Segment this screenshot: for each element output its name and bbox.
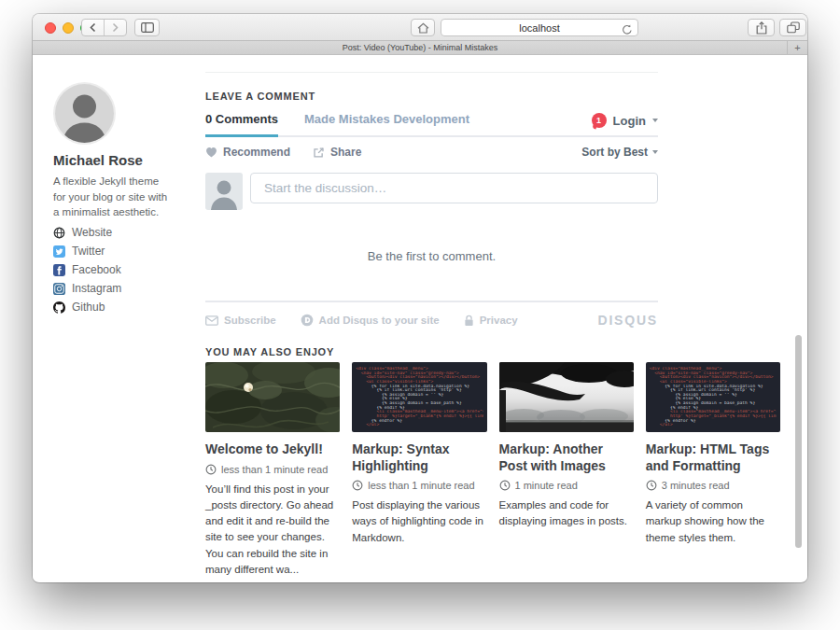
share-comments-button[interactable]: Share <box>313 146 361 159</box>
url-text: localhost <box>519 22 559 34</box>
login-control[interactable]: 1 Login <box>592 113 658 128</box>
read-time-text: 1 minute read <box>515 480 578 491</box>
post-thumbnail-fog[interactable] <box>499 362 634 432</box>
screenshot-stage: localhost Post: Video (YouTube) - Minima… <box>0 0 840 630</box>
share-label: Share <box>330 146 361 159</box>
add-disqus-link[interactable]: Add Disqus to your site <box>301 314 440 327</box>
new-tab-button[interactable]: + <box>787 41 807 54</box>
share-button[interactable] <box>748 19 775 36</box>
login-label: Login <box>613 114 646 128</box>
post-title[interactable]: Markup: HTML Tags and Formatting <box>646 441 780 474</box>
you-may-also-enjoy-heading: YOU MAY ALSO ENJOY <box>205 346 334 357</box>
empty-comments-message: Be the first to comment. <box>205 249 658 263</box>
related-post-card: Welcome to Jekyll! less than 1 minute re… <box>205 362 340 578</box>
read-time-text: less than 1 minute read <box>368 480 474 491</box>
sidebar-toggle-button[interactable] <box>134 19 160 36</box>
post-title[interactable]: Markup: Syntax Highlighting <box>352 441 486 474</box>
comments-section-divider <box>205 72 658 73</box>
privacy-link[interactable]: Privacy <box>464 315 518 327</box>
post-read-time: less than 1 minute read <box>205 464 340 475</box>
sidebar-icon <box>141 22 154 33</box>
reload-button[interactable] <box>622 22 633 39</box>
minimize-window-button[interactable] <box>63 22 74 34</box>
disqus-tab-row: 0 Comments Made Mistakes Development 1 L… <box>205 111 658 137</box>
clock-icon <box>646 480 657 491</box>
author-name: Michael Rose <box>53 152 143 168</box>
person-silhouette-icon <box>55 84 114 143</box>
post-title[interactable]: Welcome to Jekyll! <box>205 441 340 458</box>
comment-input[interactable] <box>250 173 658 203</box>
back-button[interactable] <box>82 20 105 35</box>
post-excerpt: Post displaying the various ways of high… <box>352 497 486 546</box>
subscribe-label: Subscribe <box>224 315 276 326</box>
sidebar-link-facebook[interactable]: Facebook <box>53 260 121 279</box>
post-thumbnail-moss[interactable] <box>205 362 340 432</box>
close-window-button[interactable] <box>45 22 56 34</box>
author-links: Website Twitter Facebook Instagram Githu… <box>53 223 121 316</box>
home-button[interactable] <box>411 19 435 36</box>
twitter-icon <box>53 245 65 258</box>
github-icon <box>53 301 65 314</box>
disqus-menu-row: Recommend Share Sort by Best <box>205 137 658 167</box>
clock-icon <box>205 464 217 475</box>
recommend-button[interactable]: Recommend <box>205 146 290 159</box>
chevron-down-icon <box>652 150 658 154</box>
read-time-text: 3 minutes read <box>662 480 730 491</box>
post-read-time: 3 minutes read <box>646 480 780 491</box>
comment-compose-row <box>205 173 658 210</box>
page-scrollbar[interactable] <box>795 335 802 548</box>
post-thumbnail-code[interactable]: <div class="masthead__menu"> <nav id="si… <box>352 362 486 432</box>
person-silhouette-icon <box>205 173 243 210</box>
sidebar-link-instagram[interactable]: Instagram <box>53 279 121 298</box>
sidebar-link-label: Twitter <box>72 245 105 258</box>
moss-texture-image <box>205 362 340 432</box>
foggy-tree-image <box>499 362 634 432</box>
post-excerpt: A variety of common markup showing how t… <box>646 497 780 546</box>
related-post-card: Markup: Another Post with Images 1 minut… <box>499 362 634 578</box>
post-read-time: less than 1 minute read <box>352 480 486 491</box>
sidebar-link-label: Github <box>72 301 105 314</box>
chevron-down-icon <box>652 119 658 122</box>
related-post-card: <div class="masthead__menu"> <nav id="si… <box>352 362 486 578</box>
read-time-text: less than 1 minute read <box>221 464 328 475</box>
privacy-label: Privacy <box>480 315 518 326</box>
tabs-overview-icon <box>787 21 800 34</box>
related-post-card: <div class="masthead__menu"> <nav id="si… <box>646 362 780 578</box>
community-link[interactable]: Made Mistakes Development <box>304 112 469 134</box>
commenter-avatar <box>205 173 243 210</box>
post-thumbnail-code[interactable]: <div class="masthead__menu"> <nav id="si… <box>646 362 780 432</box>
history-nav-group <box>81 19 127 36</box>
instagram-icon <box>53 283 65 295</box>
chevron-right-icon <box>111 22 119 33</box>
sidebar-link-twitter[interactable]: Twitter <box>53 242 121 260</box>
sidebar-link-label: Website <box>72 226 112 239</box>
sort-label: Sort by Best <box>581 146 648 159</box>
address-bar[interactable]: localhost <box>441 19 638 36</box>
post-excerpt: You’ll find this post in your _posts dir… <box>205 482 340 579</box>
sidebar-link-website[interactable]: Website <box>53 223 121 242</box>
sort-by-best-dropdown[interactable]: Sort by Best <box>581 146 658 159</box>
disqus-footer-divider <box>205 301 658 302</box>
post-read-time: 1 minute read <box>499 480 634 491</box>
sidebar-link-github[interactable]: Github <box>53 298 121 316</box>
subscribe-link[interactable]: Subscribe <box>205 315 276 326</box>
forward-button[interactable] <box>105 20 126 35</box>
share-box-icon <box>313 147 325 159</box>
post-excerpt: Examples and code for displaying images … <box>499 497 634 530</box>
disqus-d-icon <box>301 314 314 327</box>
notification-badge[interactable]: 1 <box>592 113 607 128</box>
heart-icon <box>205 147 217 158</box>
facebook-icon <box>53 264 65 276</box>
reload-icon <box>622 23 633 35</box>
related-posts-grid: Welcome to Jekyll! less than 1 minute re… <box>205 362 780 578</box>
clock-icon <box>499 480 511 491</box>
active-tab[interactable]: Post: Video (YouTube) - Minimal Mistakes <box>343 43 498 52</box>
disqus-logo[interactable]: DISQUS <box>598 313 658 328</box>
author-bio: A flexible Jekyll theme for your blog or… <box>53 174 171 220</box>
share-icon <box>756 21 767 35</box>
show-tabs-button[interactable] <box>779 19 806 36</box>
comments-count-tab[interactable]: 0 Comments <box>205 112 278 137</box>
post-title[interactable]: Markup: Another Post with Images <box>499 441 634 474</box>
sidebar-link-label: Instagram <box>72 282 121 295</box>
disqus-embed: 0 Comments Made Mistakes Development 1 L… <box>205 111 658 327</box>
